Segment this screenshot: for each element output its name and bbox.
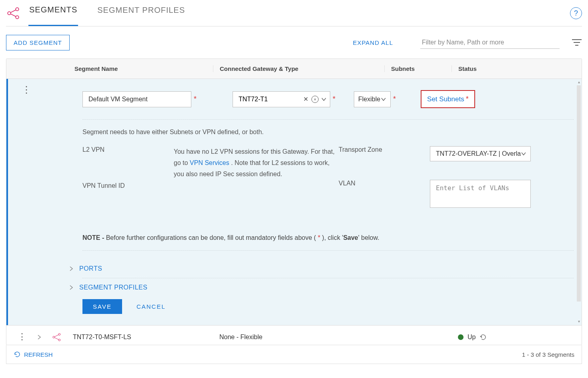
header-bar: SEGMENTS SEGMENT PROFILES ? — [6, 0, 582, 26]
filter-input[interactable] — [420, 36, 560, 49]
segment-icon — [52, 332, 62, 342]
table-row: ⋮ TNT72-T0-MSFT-LS None - Flexible U — [6, 325, 582, 348]
chevron-right-icon — [69, 266, 74, 271]
svg-point-8 — [53, 336, 55, 338]
tab-segment-profiles[interactable]: SEGMENT PROFILES — [96, 0, 186, 26]
svg-line-4 — [10, 14, 16, 16]
scroll-up-icon[interactable]: ▴ — [577, 80, 581, 84]
svg-point-2 — [16, 16, 19, 19]
connected-gateway-input[interactable] — [239, 96, 301, 103]
row-actions-menu-icon[interactable]: ⋮ — [18, 335, 26, 339]
clear-selection-icon[interactable]: × — [311, 96, 319, 103]
scroll-down-icon[interactable]: ▾ — [577, 319, 581, 324]
transport-zone-label: Transport Zone — [339, 146, 430, 180]
required-icon: * — [194, 95, 197, 103]
ports-section-toggle[interactable]: PORTS — [8, 259, 582, 278]
svg-point-1 — [16, 8, 19, 11]
vertical-scrollbar[interactable]: ▴ ▾ — [577, 80, 581, 324]
vlan-label: VLAN — [339, 180, 430, 213]
required-icon: * — [333, 95, 335, 103]
svg-point-0 — [8, 12, 11, 15]
expand-row-icon[interactable] — [37, 335, 42, 340]
tab-segments[interactable]: SEGMENTS — [28, 0, 78, 26]
save-button[interactable]: SAVE — [82, 299, 122, 314]
l2-vpn-message: You have no L2 VPN sessions for this Gat… — [174, 146, 339, 218]
svg-line-3 — [10, 10, 16, 12]
svg-line-12 — [54, 338, 58, 340]
svg-point-10 — [58, 339, 60, 341]
footer-count: 1 - 3 of 3 Segments — [522, 351, 574, 358]
svg-line-11 — [54, 335, 58, 337]
subnets-hint-text: Segment needs to have either Subnets or … — [8, 129, 582, 136]
required-icon: * — [393, 95, 396, 103]
col-header-subnets: Subnets — [384, 65, 452, 72]
vpn-tunnel-id-label: VPN Tunnel ID — [82, 182, 174, 218]
cancel-button[interactable]: CANCEL — [136, 303, 166, 310]
refresh-icon — [14, 351, 21, 358]
gateway-type-select[interactable]: Flexible — [354, 91, 391, 107]
svg-point-9 — [58, 333, 60, 335]
connected-gateway-combobox[interactable]: × × — [233, 91, 330, 107]
row-status-text: Up — [468, 334, 476, 341]
transport-zone-select[interactable]: TNT72-OVERLAY-TZ | Overlay — [430, 146, 531, 161]
vpn-services-link[interactable]: VPN Services — [190, 159, 229, 166]
segments-brand-icon — [6, 6, 21, 21]
col-header-status: Status — [452, 65, 582, 72]
row-gateway: None - Flexible — [213, 334, 384, 341]
col-header-name: Segment Name — [73, 65, 213, 72]
status-up-icon — [458, 334, 464, 340]
help-icon[interactable]: ? — [570, 7, 582, 19]
gateway-type-label: Flexible — [358, 96, 381, 103]
scroll-thumb[interactable] — [577, 85, 581, 302]
expand-all-link[interactable]: EXPAND ALL — [353, 39, 393, 46]
row-segment-name: TNT72-T0-MSFT-LS — [73, 334, 213, 341]
transport-zone-value: TNT72-OVERLAY-TZ | Overlay — [436, 150, 521, 157]
clear-text-icon[interactable]: × — [301, 94, 311, 104]
refresh-button[interactable]: REFRESH — [14, 351, 53, 358]
chevron-down-icon[interactable] — [321, 97, 327, 102]
refresh-status-icon[interactable] — [480, 334, 487, 341]
segment-profiles-section-toggle[interactable]: SEGMENT PROFILES — [8, 278, 582, 297]
set-subnets-label: Set Subnets — [427, 95, 464, 103]
table-header-row: Segment Name Connected Gateway & Type Su… — [6, 59, 582, 79]
chevron-right-icon — [69, 285, 74, 290]
filter-icon[interactable] — [572, 38, 582, 46]
header-tabs: SEGMENTS SEGMENT PROFILES — [28, 0, 204, 26]
add-segment-button[interactable]: ADD SEGMENT — [6, 35, 70, 50]
segments-table: Segment Name Connected Gateway & Type Su… — [6, 58, 582, 345]
segment-edit-row: ⋮ * × × * — [6, 79, 582, 325]
required-icon: * — [466, 95, 469, 103]
vlan-input[interactable] — [430, 180, 531, 208]
col-header-gateway: Connected Gateway & Type — [213, 65, 384, 72]
set-subnets-button[interactable]: Set Subnets * — [421, 90, 475, 108]
note-text: NOTE - Before further configurations can… — [8, 218, 582, 241]
segment-name-input[interactable] — [82, 91, 191, 107]
toolbar: ADD SEGMENT EXPAND ALL — [6, 26, 582, 58]
l2-vpn-label: L2 VPN — [82, 146, 174, 182]
